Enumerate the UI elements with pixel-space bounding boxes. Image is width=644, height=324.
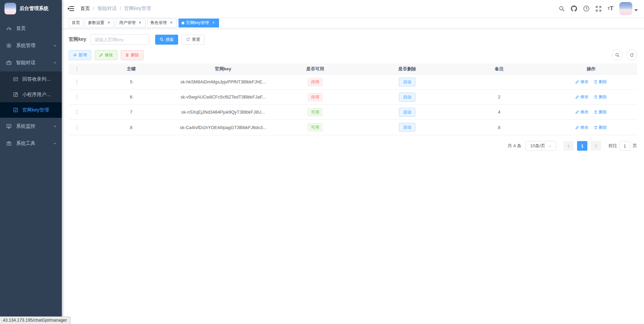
table-toolbar-right [612,49,637,60]
start-button[interactable]: 启动 [399,123,415,132]
page-number-button[interactable]: 1 [577,141,587,151]
sidebar-item-webkey-management[interactable]: 官网key管理 [0,102,62,118]
available-status-badge: 可用 [308,108,323,116]
column-header-remark: 备注 [453,66,545,72]
sidebar-item-answer-list[interactable]: 回答收录列... [0,71,62,87]
prev-page-button[interactable] [563,141,574,151]
sidebar-toggle-button[interactable] [67,5,74,12]
tag-home[interactable]: 首页 [69,19,83,27]
webkey-table: 主键 官网key 是否可用 是否删除 备注 操作 5 sk-hkSM8AiDmM… [69,63,637,135]
github-icon[interactable] [568,0,580,17]
checkbox-check-icon [13,107,18,113]
tag-label: 官网key管理 [186,20,209,26]
row-delete-label: 删除 [599,94,607,100]
cell-remark: 8 [453,125,545,130]
tag-label: 首页 [72,20,80,26]
next-page-button[interactable] [591,141,601,151]
select-all-checkbox[interactable] [77,66,77,71]
breadcrumb-home[interactable]: 首页 [80,5,90,12]
dashboard-icon [6,26,12,31]
page-size-select[interactable]: 10条/页 [526,141,556,151]
row-delete-label: 删除 [599,79,607,85]
user-menu-caret-icon[interactable] [634,9,638,11]
chevron-down-icon [53,125,57,128]
add-button-label: 新增 [79,52,87,58]
sidebar-item-label: 官网key管理 [22,107,49,113]
help-icon[interactable]: ? [580,0,593,17]
sidebar-menu: 首页 系统管理 智能对话 [0,20,62,152]
reset-button[interactable]: 重置 [182,35,205,45]
column-header-id: 主键 [85,66,177,72]
column-header-available: 是否可用 [269,66,361,72]
top-navbar: 首页 / 智能对话 / 官网key管理 ? TT [62,0,644,17]
sidebar-item-tools[interactable]: 系统工具 [0,135,62,152]
start-button[interactable]: 启动 [399,108,415,117]
row-delete-link[interactable]: 删除 [594,109,607,115]
row-edit-link[interactable]: 修改 [575,79,588,85]
row-edit-label: 修改 [580,109,588,115]
add-button[interactable]: 新增 [69,50,91,60]
edit-button[interactable]: 修改 [95,50,117,60]
tag-close-icon[interactable]: × [211,21,216,25]
tag-role-management[interactable]: 角色管理 × [147,19,177,27]
sidebar-item-monitor[interactable]: 系统监控 [0,118,62,135]
row-checkbox[interactable] [77,125,77,130]
tag-webkey-management[interactable]: 官网key管理 × [179,19,219,27]
row-delete-label: 删除 [599,125,607,130]
delete-button-label: 删除 [131,52,139,58]
cell-remark: 2 [453,94,545,100]
row-delete-link[interactable]: 删除 [594,94,607,100]
sidebar-item-miniprogram-users[interactable]: 小程序用户... [0,87,62,102]
sidebar-item-home[interactable]: 首页 [0,20,62,37]
available-status-badge: 可用 [308,123,323,131]
chart-box-icon [13,77,18,82]
breadcrumb-separator: / [93,6,94,11]
row-delete-link[interactable]: 删除 [594,79,607,85]
row-checkbox[interactable] [77,109,77,115]
webkey-search-input[interactable] [90,34,149,45]
sidebar-item-system[interactable]: 系统管理 [0,37,62,54]
sidebar-item-label: 回答收录列... [22,76,50,82]
tag-user-management[interactable]: 用户管理 × [116,19,146,27]
tag-close-icon[interactable]: × [169,21,174,25]
goto-page-label: 前往 [608,143,617,149]
row-delete-link[interactable]: 删除 [594,125,607,130]
browser-status-url: 43.134.173.195/chatGpt/manager [0,316,71,324]
row-edit-link[interactable]: 修改 [575,94,588,100]
table-row: 8 sk-Ca4IvfDi1hYOE4i0pagGT3BlbkFJ6dv3...… [69,120,637,135]
page-size-value: 10条/页 [530,143,545,149]
tag-label: 角色管理 [150,20,167,26]
tags-view: 首页 参数设置 × 用户管理 × 角色管理 × 官网key管理 × [62,17,644,29]
cell-id: 7 [85,109,177,115]
fullscreen-icon[interactable] [593,0,605,17]
goto-page-input[interactable] [619,141,630,151]
toggle-search-button[interactable] [612,49,623,60]
start-button[interactable]: 启动 [399,93,415,102]
row-checkbox[interactable] [77,94,77,100]
reset-button-label: 重置 [192,37,200,43]
tag-close-icon[interactable]: × [138,21,142,25]
start-button[interactable]: 启动 [399,78,415,86]
user-avatar[interactable] [619,2,632,15]
sidebar-item-chat[interactable]: 智能对话 [0,54,62,71]
font-size-icon[interactable]: TT [605,0,617,17]
tag-close-icon[interactable]: × [106,21,111,25]
refresh-button[interactable] [626,49,637,60]
gear-icon [6,43,12,48]
header-search-icon[interactable] [556,0,568,17]
cell-id: 5 [85,79,177,84]
column-header-deleted: 是否删除 [361,66,453,72]
app-logo-link[interactable]: 后台管理系统 [0,0,62,17]
row-checkbox[interactable] [77,79,77,84]
delete-button[interactable]: 删除 [121,50,143,60]
row-edit-link[interactable]: 修改 [575,109,588,115]
table-header-row: 主键 官网key 是否可用 是否删除 备注 操作 [69,63,637,74]
row-edit-label: 修改 [580,125,588,130]
page-unit-label: 页 [633,143,637,149]
sidebar-item-label: 首页 [16,25,26,32]
search-button[interactable]: 搜索 [155,35,178,45]
sidebar-item-label: 智能对话 [16,60,35,66]
row-edit-link[interactable]: 修改 [575,125,588,130]
table-row: 5 sk-hkSM8AiDmMgsJpjvPPfNT3BlbkFJhE... 停… [69,74,637,90]
tag-parameter-settings[interactable]: 参数设置 × [85,19,114,27]
